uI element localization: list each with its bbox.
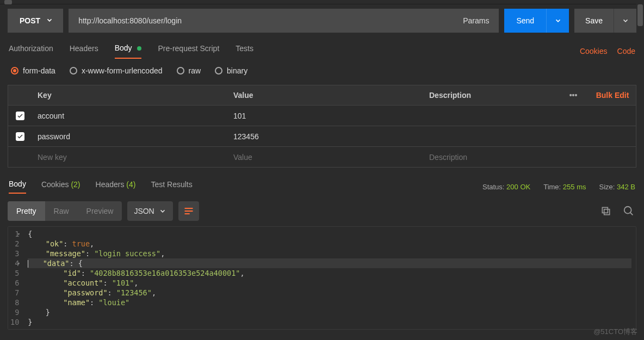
- watermark: @51CTO博客: [593, 327, 637, 337]
- viewer-controls: Pretty Raw Preview JSON: [8, 201, 636, 221]
- url-box: Params: [69, 9, 499, 33]
- tab-authorization[interactable]: Authorization: [9, 44, 53, 58]
- send-button[interactable]: Send: [504, 16, 546, 25]
- method-label: POST: [20, 16, 40, 25]
- request-row: POST Params Send Save: [8, 9, 636, 33]
- method-select[interactable]: POST: [8, 9, 63, 33]
- save-button[interactable]: Save: [574, 16, 614, 25]
- status-label: Status:: [482, 183, 504, 191]
- col-key: Key: [32, 91, 228, 100]
- radio-raw-label: raw: [189, 66, 201, 75]
- key-input[interactable]: [38, 112, 219, 120]
- size-value: 342 B: [617, 183, 635, 191]
- form-data-table: Key Value Description ••• Bulk Edit: [8, 85, 636, 168]
- value-input[interactable]: [233, 112, 414, 120]
- line-gutter: 1▾ 2 3 4▾ 5 6 7 8 9 10: [8, 227, 23, 329]
- response-tabs: Body Cookies (2) Headers (4) Test Result…: [8, 180, 636, 194]
- radio-xwww[interactable]: x-www-form-urlencoded: [70, 66, 163, 75]
- resp-tab-cookies-count: (2): [71, 180, 80, 189]
- table-row-new: [8, 147, 636, 168]
- copy-icon[interactable]: [598, 203, 614, 219]
- format-select[interactable]: JSON: [127, 201, 172, 221]
- row-checkbox[interactable]: [16, 132, 24, 141]
- code-link[interactable]: Code: [617, 47, 635, 55]
- value-input-new[interactable]: [233, 153, 414, 162]
- radio-binary-label: binary: [227, 66, 247, 75]
- table-header: Key Value Description ••• Bulk Edit: [8, 85, 636, 106]
- view-raw[interactable]: Raw: [45, 201, 78, 221]
- send-dropdown[interactable]: [546, 9, 569, 33]
- resp-tab-tests[interactable]: Test Results: [151, 180, 192, 193]
- resp-tab-headers-label: Headers: [96, 180, 125, 189]
- tab-tests[interactable]: Tests: [236, 44, 253, 58]
- send-button-group: Send: [504, 9, 569, 33]
- resp-tab-body[interactable]: Body: [9, 180, 26, 194]
- search-icon[interactable]: [621, 203, 636, 219]
- value-input[interactable]: [233, 132, 414, 141]
- wrap-lines-button[interactable]: [178, 201, 199, 221]
- top-scrollbar[interactable]: [0, 0, 644, 4]
- active-dot-icon: [137, 46, 141, 51]
- svg-line-6: [630, 213, 633, 215]
- svg-rect-4: [602, 207, 608, 213]
- tab-headers[interactable]: Headers: [70, 44, 98, 58]
- tab-body-label: Body: [115, 44, 132, 52]
- resp-tab-headers-count: (4): [126, 180, 135, 189]
- col-value: Value: [228, 91, 424, 100]
- resp-tab-cookies-label: Cookies: [41, 180, 69, 189]
- size-label: Size:: [599, 183, 615, 191]
- time-label: Time:: [543, 183, 561, 191]
- radio-binary[interactable]: binary: [215, 66, 247, 75]
- radio-form-data-label: form-data: [23, 66, 55, 75]
- svg-point-5: [624, 207, 631, 214]
- status-value: 200 OK: [506, 183, 530, 191]
- desc-input-new[interactable]: [429, 153, 551, 162]
- response-body[interactable]: 1▾ 2 3 4▾ 5 6 7 8 9 10 { "ok": true, "me…: [8, 226, 636, 330]
- more-actions-icon[interactable]: •••: [558, 91, 589, 100]
- save-dropdown[interactable]: [614, 9, 636, 33]
- view-mode-segment: Pretty Raw Preview: [8, 201, 122, 221]
- radio-xwww-label: x-www-form-urlencoded: [82, 66, 163, 75]
- key-input-new[interactable]: [38, 153, 219, 162]
- url-input[interactable]: [69, 9, 453, 33]
- body-type-row: form-data x-www-form-urlencoded raw bina…: [8, 66, 636, 75]
- format-label: JSON: [134, 207, 154, 215]
- row-checkbox[interactable]: [16, 112, 24, 120]
- save-button-group: Save: [574, 9, 636, 33]
- time-value: 255 ms: [563, 183, 586, 191]
- table-row: [8, 126, 636, 147]
- radio-form-data[interactable]: form-data: [11, 66, 55, 75]
- params-button[interactable]: Params: [453, 9, 499, 33]
- chevron-down-icon: [46, 16, 53, 26]
- request-tabs: Authorization Headers Body Pre-request S…: [8, 44, 636, 59]
- radio-raw[interactable]: raw: [177, 66, 201, 75]
- tab-prerequest[interactable]: Pre-request Script: [158, 44, 219, 58]
- right-scrollbar[interactable]: [636, 0, 644, 340]
- view-pretty[interactable]: Pretty: [8, 201, 45, 221]
- cookies-link[interactable]: Cookies: [580, 47, 608, 55]
- svg-rect-3: [604, 209, 610, 215]
- col-desc: Description: [424, 91, 558, 100]
- response-meta: Status: 200 OK Time: 255 ms Size: 342 B: [482, 183, 635, 191]
- resp-tab-cookies[interactable]: Cookies (2): [41, 180, 81, 193]
- table-row: [8, 106, 636, 126]
- resp-tab-headers[interactable]: Headers (4): [96, 180, 136, 193]
- key-input[interactable]: [38, 132, 219, 141]
- view-preview[interactable]: Preview: [78, 201, 122, 221]
- tab-body[interactable]: Body: [115, 44, 142, 59]
- code-content: { "ok": true, "message": "login success"…: [23, 227, 636, 329]
- bulk-edit-link[interactable]: Bulk Edit: [589, 91, 636, 100]
